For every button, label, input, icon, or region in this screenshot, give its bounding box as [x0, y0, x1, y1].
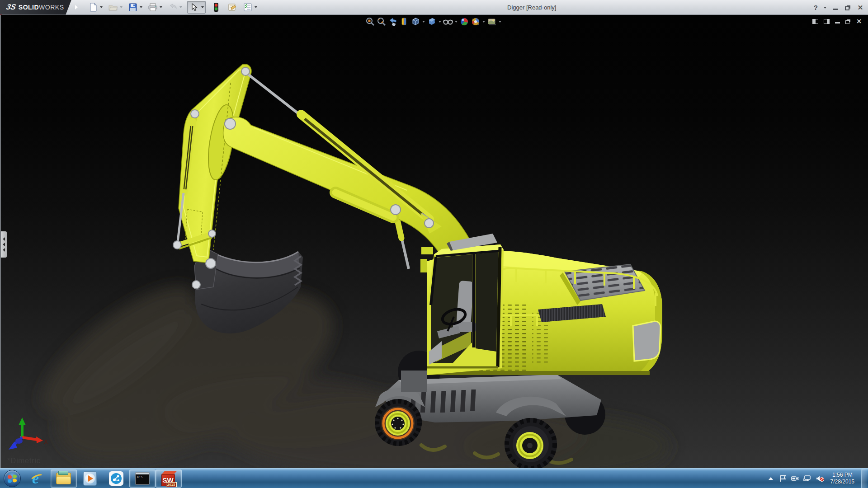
system-tray: 1:56 PM 7/28/2015 — [767, 469, 868, 488]
standard-toolbar — [88, 1, 261, 14]
save-button[interactable] — [127, 2, 138, 13]
document-window-controls: ✕ — [812, 18, 862, 25]
solidworks-3s-icon: 3S — [5, 3, 17, 12]
triad-x-label: X — [44, 438, 48, 445]
volume-muted-icon[interactable] — [816, 474, 824, 483]
open-dropdown[interactable] — [120, 6, 123, 8]
split-pane-left-icon[interactable] — [812, 19, 818, 24]
options-button[interactable] — [242, 2, 253, 13]
action-center-flag-icon[interactable] — [779, 474, 787, 483]
view-orientation-dropdown[interactable] — [422, 21, 425, 23]
zoom-to-fit-icon[interactable] — [365, 17, 375, 27]
hide-show-dropdown[interactable] — [455, 21, 458, 23]
help-button[interactable]: ? — [814, 4, 818, 11]
apply-scene-dropdown[interactable] — [482, 21, 485, 23]
new-document-dropdown[interactable] — [100, 6, 103, 8]
close-button[interactable]: ✕ — [856, 4, 864, 11]
power-plug-icon[interactable] — [791, 474, 799, 483]
taskbar-solidworks[interactable]: SW 2015 — [156, 469, 182, 488]
view-orientation-label: *Dimetric — [7, 456, 40, 465]
rebuild-stoplight-button[interactable] — [211, 2, 222, 13]
digger-3d-model[interactable]: X — [1, 15, 868, 468]
display-style-dropdown[interactable] — [439, 21, 441, 23]
headsup-view-toolbar — [365, 17, 502, 27]
hide-show-items-icon[interactable] — [443, 17, 453, 27]
door-glass — [476, 252, 498, 352]
apply-scene-icon[interactable] — [471, 17, 481, 27]
print-button[interactable] — [147, 2, 158, 13]
options-dropdown[interactable] — [255, 6, 257, 8]
doc-minimize-button[interactable] — [835, 22, 840, 23]
help-dropdown[interactable] — [824, 7, 826, 9]
show-desktop-button[interactable] — [861, 469, 867, 488]
restore-button[interactable] — [844, 4, 852, 11]
internet-explorer-icon: e — [30, 471, 45, 486]
wheel-rear-left[interactable] — [505, 418, 557, 468]
taskbar-internet-explorer[interactable]: e — [24, 469, 51, 488]
print-dropdown[interactable] — [160, 6, 162, 8]
taskbar-windows-explorer[interactable] — [51, 469, 77, 488]
tray-date: 7/28/2015 — [830, 479, 854, 485]
graphics-viewport[interactable]: X — [0, 15, 868, 468]
new-document-button[interactable] — [88, 2, 99, 13]
taskbar-items: e C:\ SW 2015 — [24, 469, 182, 488]
windows-flag-icon — [8, 474, 17, 483]
logo-text-bold: SOLID — [19, 4, 39, 11]
command-prompt-icon: C:\ — [135, 472, 150, 485]
windows-taskbar: e C:\ SW 2015 — [0, 468, 868, 488]
view-settings-dropdown[interactable] — [499, 21, 501, 23]
file-properties-button[interactable] — [226, 2, 237, 13]
select-dropdown[interactable] — [201, 6, 204, 8]
wheel-front-left-selected[interactable] — [375, 399, 422, 446]
taskbar-command-prompt[interactable]: C:\ — [129, 469, 156, 488]
solidworks-logo[interactable]: 3S SOLIDWORKS — [0, 0, 71, 15]
window-title: Digger [Read-only] — [507, 0, 556, 15]
folder-icon — [56, 473, 71, 484]
previous-view-icon[interactable] — [388, 17, 398, 27]
feature-tree-flyout-tab[interactable] — [1, 231, 7, 258]
window-controls: ? ✕ — [814, 0, 864, 15]
tray-clock[interactable]: 1:56 PM 7/28/2015 — [830, 472, 854, 485]
cab[interactable] — [420, 234, 504, 375]
hidden-icons-button[interactable] — [767, 474, 775, 483]
solidworks-version-badge: 2015 — [166, 482, 177, 487]
logo-text-light: WORKS — [39, 4, 64, 11]
split-pane-right-icon[interactable] — [824, 19, 830, 24]
reference-triad: X — [9, 418, 48, 450]
zoom-to-area-icon[interactable] — [377, 17, 387, 27]
doc-close-button[interactable]: ✕ — [856, 18, 862, 25]
display-style-icon[interactable] — [427, 17, 437, 27]
taskbar-network-app[interactable] — [103, 469, 129, 488]
open-button[interactable] — [108, 2, 118, 13]
select-tool-active[interactable] — [187, 1, 206, 14]
start-button[interactable] — [4, 470, 21, 487]
media-player-icon — [83, 471, 97, 486]
network-icon[interactable] — [803, 474, 811, 483]
view-settings-icon[interactable] — [487, 17, 497, 27]
doc-restore-button[interactable] — [845, 20, 849, 24]
undo-dropdown[interactable] — [179, 6, 182, 8]
solidworks-app-icon: SW 2015 — [161, 471, 176, 486]
molecule-app-icon — [109, 471, 123, 486]
tray-time: 1:56 PM — [830, 472, 854, 479]
title-bar: 3S SOLIDWORKS Digge — [0, 0, 868, 15]
menu-flyout-arrow-icon[interactable] — [75, 5, 78, 9]
taskbar-media-player[interactable] — [77, 469, 103, 488]
edit-appearance-icon[interactable] — [459, 17, 469, 27]
minimize-button[interactable] — [831, 4, 839, 11]
undo-button[interactable] — [167, 2, 178, 13]
save-dropdown[interactable] — [140, 6, 142, 8]
section-view-icon[interactable] — [399, 17, 409, 27]
select-cursor-icon[interactable] — [189, 2, 200, 13]
view-orientation-icon[interactable] — [410, 17, 420, 27]
